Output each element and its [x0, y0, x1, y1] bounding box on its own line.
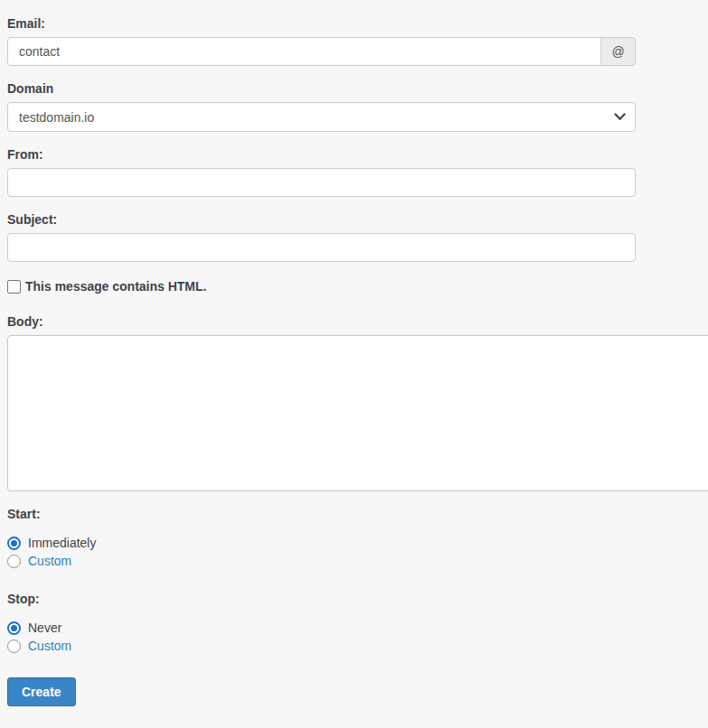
radio-unselected-icon[interactable] — [7, 555, 21, 568]
create-button[interactable]: Create — [7, 677, 76, 706]
stop-option-never-label: Never — [28, 621, 61, 635]
start-option-custom-label: Custom — [28, 554, 71, 568]
domain-label: Domain — [7, 82, 708, 96]
body-field-group: Body: — [7, 315, 708, 491]
domain-select[interactable]: testdomain.io — [7, 102, 636, 132]
email-field-group: Email: @ — [7, 17, 708, 66]
radio-selected-icon[interactable] — [7, 621, 21, 635]
body-textarea[interactable] — [7, 335, 708, 491]
domain-field-group: Domain testdomain.io — [7, 82, 708, 132]
subject-label: Subject: — [7, 213, 708, 227]
start-label: Start: — [7, 508, 708, 521]
html-checkbox-row[interactable]: This message contains HTML. — [7, 279, 708, 294]
subject-field-group: Subject: — [7, 213, 708, 262]
from-label: From: — [7, 148, 708, 162]
from-field-group: From: — [7, 148, 708, 197]
body-label: Body: — [7, 315, 708, 329]
subject-input[interactable] — [7, 233, 636, 262]
start-field-group: Start: Immediately Custom — [7, 508, 708, 570]
stop-option-never[interactable]: Never — [7, 619, 708, 637]
start-option-immediately[interactable]: Immediately — [7, 534, 708, 552]
email-label: Email: — [7, 17, 708, 31]
html-checkbox[interactable] — [7, 280, 21, 294]
email-input-group: @ — [7, 37, 636, 66]
stop-field-group: Stop: Never Custom — [7, 593, 708, 655]
at-sign-addon: @ — [601, 37, 636, 66]
autoresponder-form: Email: @ Domain testdomain.io From: Subj… — [0, 0, 708, 706]
html-checkbox-label: This message contains HTML. — [25, 279, 207, 294]
stop-label: Stop: — [7, 593, 708, 606]
start-option-custom[interactable]: Custom — [7, 552, 708, 570]
stop-option-custom-label: Custom — [28, 639, 71, 653]
radio-selected-icon[interactable] — [7, 537, 21, 550]
start-option-immediately-label: Immediately — [28, 536, 96, 550]
radio-unselected-icon[interactable] — [7, 639, 21, 653]
html-checkbox-group: This message contains HTML. — [7, 279, 708, 294]
email-input[interactable] — [7, 37, 601, 66]
stop-option-custom[interactable]: Custom — [7, 637, 708, 655]
from-input[interactable] — [7, 168, 636, 197]
domain-select-wrap: testdomain.io — [7, 102, 636, 132]
